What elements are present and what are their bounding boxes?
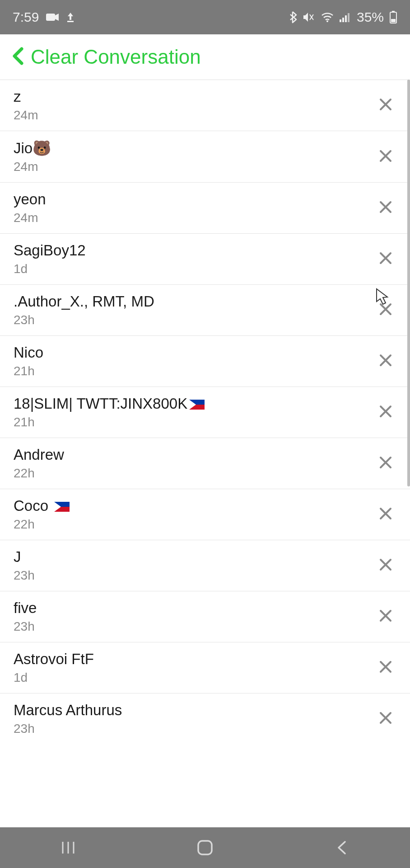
conversation-text: .Author_X., RMT, MD23h	[14, 293, 154, 327]
svg-rect-4	[342, 18, 344, 22]
conversation-time: 22h	[14, 466, 64, 481]
status-left: 7:59	[13, 9, 75, 25]
svg-rect-5	[345, 15, 347, 22]
header: Clear Conversation	[0, 34, 410, 80]
conversation-name: 18|SLIM| TWTT:JINX800K	[14, 395, 205, 412]
conversation-row[interactable]: 18|SLIM| TWTT:JINX800K21h	[0, 387, 410, 438]
conversation-row[interactable]: Andrew22h	[0, 438, 410, 489]
ph-flag-icon	[189, 400, 205, 410]
clear-conversation-button[interactable]	[375, 604, 396, 630]
scrollbar-thumb[interactable]	[407, 80, 410, 486]
status-right: 35%	[289, 9, 397, 25]
conversation-name: Coco	[14, 497, 70, 514]
battery-icon	[389, 11, 397, 24]
mute-vibrate-icon	[303, 11, 315, 23]
clear-conversation-button[interactable]	[375, 144, 396, 170]
svg-rect-3	[340, 19, 341, 22]
conversation-text: J23h	[14, 548, 35, 583]
conversation-text: Coco 22h	[14, 497, 70, 532]
conversation-name: SagiBoy12	[14, 242, 86, 259]
clear-conversation-button[interactable]	[375, 297, 396, 323]
conversation-list[interactable]: z24mJio🐻24myeon24mSagiBoy121d.Author_X.,…	[0, 80, 410, 744]
wifi-icon	[321, 12, 334, 23]
conversation-row[interactable]: Jio🐻24m	[0, 131, 410, 182]
clear-conversation-button[interactable]	[375, 348, 396, 374]
battery-percent: 35%	[357, 9, 384, 25]
conversation-list-container: z24mJio🐻24myeon24mSagiBoy121d.Author_X.,…	[0, 80, 410, 827]
conversation-time: 24m	[14, 211, 46, 225]
conversation-text: Astrovoi FtF1d	[14, 651, 94, 685]
svg-rect-6	[348, 13, 349, 22]
clear-conversation-button[interactable]	[375, 655, 396, 681]
conversation-text: Jio🐻24m	[14, 139, 51, 174]
conversation-name: Nico	[14, 344, 43, 361]
conversation-name: z	[14, 88, 38, 105]
conversation-row[interactable]: Nico21h	[0, 335, 410, 387]
conversation-name: Andrew	[14, 446, 64, 463]
conversation-time: 1d	[14, 670, 94, 685]
conversation-row[interactable]: yeon24m	[0, 182, 410, 233]
svg-rect-13	[198, 841, 212, 854]
clear-conversation-button[interactable]	[375, 450, 396, 476]
conversation-time: 21h	[14, 415, 205, 429]
conversation-row[interactable]: .Author_X., RMT, MD23h	[0, 284, 410, 335]
recents-button[interactable]	[55, 840, 82, 855]
conversation-text: z24m	[14, 88, 38, 123]
conversation-time: 23h	[14, 568, 35, 583]
bluetooth-icon	[289, 11, 297, 24]
conversation-name: .Author_X., RMT, MD	[14, 293, 154, 310]
conversation-text: five23h	[14, 599, 37, 634]
ph-flag-icon	[54, 502, 70, 512]
conversation-time: 23h	[14, 722, 122, 736]
conversation-time: 21h	[14, 364, 43, 378]
conversation-text: Andrew22h	[14, 446, 64, 481]
clear-conversation-button[interactable]	[375, 92, 396, 118]
home-button[interactable]	[191, 839, 219, 856]
clear-conversation-button[interactable]	[375, 246, 396, 272]
conversation-name: Astrovoi FtF	[14, 651, 94, 668]
svg-rect-9	[391, 19, 396, 22]
status-bar: 7:59 35%	[0, 0, 410, 34]
clear-conversation-button[interactable]	[375, 552, 396, 579]
clear-conversation-button[interactable]	[375, 501, 396, 528]
conversation-text: Marcus Arthurus23h	[14, 702, 122, 736]
clear-conversation-button[interactable]	[375, 706, 396, 732]
conversation-row[interactable]: Marcus Arthurus23h	[0, 693, 410, 744]
clear-conversation-button[interactable]	[375, 195, 396, 221]
svg-rect-0	[46, 14, 55, 21]
conversation-text: 18|SLIM| TWTT:JINX800K21h	[14, 395, 205, 429]
clear-conversation-button[interactable]	[375, 399, 396, 425]
conversation-time: 24m	[14, 108, 38, 123]
conversation-text: yeon24m	[14, 191, 46, 225]
conversation-text: SagiBoy121d	[14, 242, 86, 276]
svg-point-2	[326, 20, 328, 22]
conversation-name: yeon	[14, 191, 46, 208]
conversation-row[interactable]: five23h	[0, 591, 410, 642]
conversation-text: Nico21h	[14, 344, 43, 378]
conversation-row[interactable]: J23h	[0, 540, 410, 591]
signal-icon	[340, 12, 351, 22]
conversation-name: J	[14, 548, 35, 566]
conversation-time: 23h	[14, 313, 154, 327]
conversation-row[interactable]: Coco 22h	[0, 489, 410, 540]
conversation-row[interactable]: Astrovoi FtF1d	[0, 642, 410, 693]
android-nav-bar	[0, 827, 410, 868]
upload-icon	[66, 12, 75, 23]
camera-icon	[46, 13, 59, 22]
conversation-name: Marcus Arthurus	[14, 702, 122, 719]
conversation-time: 24m	[14, 160, 51, 174]
back-button[interactable]	[8, 45, 27, 69]
conversation-row[interactable]: z24m	[0, 80, 410, 131]
conversation-time: 23h	[14, 619, 37, 634]
conversation-name: Jio🐻	[14, 139, 51, 157]
conversation-time: 22h	[14, 517, 70, 532]
page-title: Clear Conversation	[31, 46, 201, 68]
svg-rect-1	[67, 21, 74, 22]
conversation-time: 1d	[14, 262, 86, 276]
conversation-name: five	[14, 599, 37, 617]
conversation-row[interactable]: SagiBoy121d	[0, 233, 410, 284]
back-nav-button[interactable]	[328, 840, 355, 855]
status-time: 7:59	[13, 9, 39, 25]
